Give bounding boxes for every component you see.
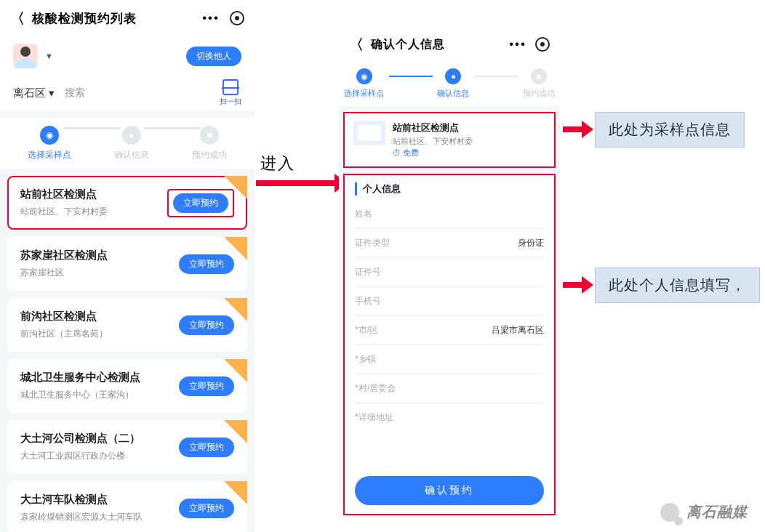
corner-badge-icon [224, 481, 247, 504]
location-icon: ◉ [40, 126, 59, 145]
personal-info-form: 个人信息 姓名 证件类型 身份证 证件号 手机号 *市/区 吕梁市离石区 *乡镇… [343, 174, 556, 515]
idno-field[interactable]: 证件号 [355, 258, 544, 287]
site-card[interactable]: 苏家崖社区检测点 苏家崖社区 立即预约 [7, 237, 247, 291]
site-name: 大土河公司检测点（二） [20, 432, 179, 446]
chevron-down-icon: ▾ [49, 86, 55, 99]
step-line [474, 76, 518, 77]
center-steps: ◉ 选择采样点 ● 确认信息 ■ 预约成功 [339, 61, 560, 106]
arrow-icon [256, 180, 336, 186]
area-select[interactable]: 离石区 ▾ [13, 86, 55, 100]
step-3: ■ 预约成功 [192, 126, 227, 161]
success-icon: ■ [531, 68, 547, 84]
step-line [144, 127, 201, 129]
back-icon[interactable]: 〈 [349, 35, 364, 55]
corner-badge-icon [224, 420, 247, 443]
clock-icon: ⏱ [393, 148, 401, 157]
name-field[interactable]: 姓名 [355, 200, 544, 229]
enter-label: 进入 [260, 153, 295, 174]
annotation-sample: 此处为采样点信息 [595, 112, 745, 148]
more-icon[interactable]: ••• [202, 11, 220, 25]
site-sub: 苏家崖社区 [20, 267, 179, 279]
sample-thumbnail [353, 121, 385, 145]
center-title: 确认个人信息 [371, 37, 445, 52]
wechat-icon [660, 503, 679, 522]
sample-addr: 站前社区、下安村村委 [393, 135, 473, 148]
phone-left: 〈 核酸检测预约列表 ••• ▼ 切换他人 离石区 ▾ 搜索 扫一扫 ◉ 选择采… [0, 0, 255, 532]
site-sub: 站前社区、下安村村委 [20, 206, 167, 218]
left-header: 〈 核酸检测预约列表 ••• [0, 0, 255, 36]
step-3: ■ 预约成功 [523, 68, 555, 99]
annotation-personal: 此处个人信息填写， [595, 267, 760, 303]
scan-icon [223, 79, 239, 95]
free-label: 免费 [403, 148, 419, 157]
back-icon[interactable]: 〈 [10, 9, 25, 28]
site-name: 苏家崖社区检测点 [20, 249, 179, 262]
site-card[interactable]: 大土河车队检测点 袁家岭煤销测区宏源大土河车队 立即预约 [7, 481, 247, 532]
location-icon: ◉ [356, 68, 372, 84]
step-1: ◉ 选择采样点 [344, 68, 384, 99]
site-sub: 袁家岭煤销测区宏源大土河车队 [20, 511, 179, 523]
step-line [64, 127, 121, 129]
success-icon: ■ [200, 126, 219, 145]
avatar-row: ▼ 切换他人 [0, 36, 255, 76]
more-icon[interactable]: ••• [509, 37, 526, 52]
steps-row: ◉ 选择采样点 ● 确认信息 ■ 预约成功 [0, 118, 255, 169]
search-input[interactable]: 搜索 [65, 86, 85, 100]
filter-bar: 离石区 ▾ 搜索 扫一扫 [0, 76, 255, 110]
site-sub: 大土河工业园区行政办公楼 [20, 450, 179, 462]
sample-info-box: 站前社区检测点 站前社区、下安村村委 ⏱ 免费 [343, 112, 556, 168]
form-title: 个人信息 [355, 182, 544, 196]
step-2: ● 确认信息 [114, 126, 149, 161]
step-line [389, 76, 433, 77]
person-icon: ● [122, 126, 141, 145]
idtype-field[interactable]: 证件类型 身份证 [355, 229, 544, 258]
corner-badge-icon [224, 298, 247, 321]
arrow-icon [563, 126, 583, 132]
center-header: 〈 确认个人信息 ••• [339, 28, 560, 61]
reserve-button[interactable]: 立即预约 [173, 193, 228, 213]
scan-button[interactable]: 扫一扫 [220, 79, 241, 107]
site-sub: 城北卫生服务中心（王家沟） [20, 389, 179, 401]
site-card[interactable]: 前沟社区检测点 前沟社区（主席名苑） 立即预约 [7, 298, 247, 352]
phone-center: 〈 确认个人信息 ••• ◉ 选择采样点 ● 确认信息 ■ 预约成功 站前社区检… [339, 28, 560, 507]
sample-name: 站前社区检测点 [393, 121, 473, 135]
town-field[interactable]: *乡镇 [355, 345, 544, 374]
arrow-icon [563, 282, 583, 288]
avatar[interactable] [13, 44, 38, 68]
left-title: 核酸检测预约列表 [32, 10, 137, 27]
addr-field[interactable]: *详细地址 [355, 403, 544, 432]
corner-badge-icon [224, 359, 247, 382]
avatar-dropdown-icon[interactable]: ▼ [45, 52, 53, 60]
step-1: ◉ 选择采样点 [28, 126, 71, 161]
step-2: ● 确认信息 [437, 68, 469, 99]
phone-field[interactable]: 手机号 [355, 287, 544, 316]
corner-badge-icon [224, 237, 247, 260]
corner-badge-icon [224, 176, 247, 199]
site-card[interactable]: 城北卫生服务中心检测点 城北卫生服务中心（王家沟） 立即预约 [7, 359, 247, 413]
person-icon: ● [445, 68, 461, 84]
site-card[interactable]: 站前社区检测点 站前社区、下安村村委 立即预约 [7, 176, 247, 230]
watermark: 离石融媒 [660, 502, 748, 522]
city-field[interactable]: *市/区 吕梁市离石区 [355, 316, 544, 345]
site-name: 大土河车队检测点 [20, 493, 179, 507]
site-name: 城北卫生服务中心检测点 [20, 371, 179, 384]
switch-user-button[interactable]: 切换他人 [186, 47, 241, 66]
site-name: 站前社区检测点 [20, 188, 167, 201]
site-card[interactable]: 大土河公司检测点（二） 大土河工业园区行政办公楼 立即预约 [7, 420, 247, 474]
village-field[interactable]: *村/居委会 [355, 374, 544, 403]
target-icon[interactable] [230, 11, 244, 25]
site-name: 前沟社区检测点 [20, 310, 179, 323]
target-icon[interactable] [535, 37, 550, 52]
site-sub: 前沟社区（主席名苑） [20, 328, 179, 340]
submit-button[interactable]: 确认预约 [355, 476, 544, 505]
